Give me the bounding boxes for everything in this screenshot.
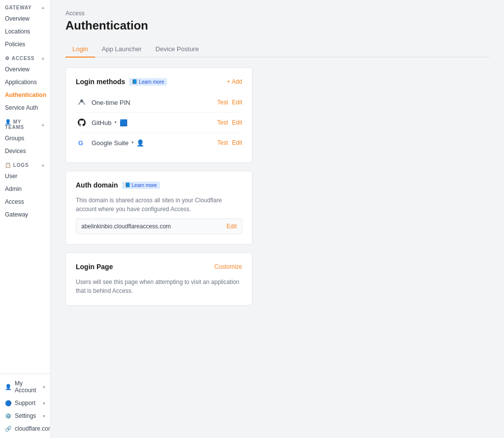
github-indicator: 🟦 <box>120 119 127 126</box>
login-methods-title: Login methods Learn more <box>76 78 167 86</box>
sidebar-logs-label: 📋LOGS ▲ <box>0 157 50 170</box>
sidebar-item-logs-access[interactable]: Access <box>0 195 50 208</box>
add-login-method-button[interactable]: + Add <box>227 78 242 85</box>
tab-device-posture[interactable]: Device Posture <box>149 41 206 58</box>
sidebar-item-logs-admin[interactable]: Admin <box>0 183 50 195</box>
auth-domain-edit-link[interactable]: Edit <box>226 223 237 230</box>
login-method-google: G Google Suite • 👤 Test Edit <box>76 133 242 153</box>
sidebar-item-settings[interactable]: ⚙️ Settings ▾ <box>0 409 50 422</box>
settings-icon: ⚙️ <box>5 413 12 419</box>
login-page-card: Login Page Customize Users will see this… <box>65 252 252 306</box>
google-indicator: 👤 <box>136 139 144 147</box>
main-content: Access Authentication Login App Launcher… <box>51 0 504 438</box>
auth-domain-card: Auth domain Learn more This domain is sh… <box>65 171 252 245</box>
account-icon: 👤 <box>5 384 12 390</box>
sidebar-access-label: ⚙ACCESS ▲ <box>0 51 50 63</box>
breadcrumb: Access <box>65 10 489 17</box>
svg-text:G: G <box>78 139 83 147</box>
google-icon: G <box>76 137 88 149</box>
auth-domain-value: abelinkinbio.cloudflareaccess.com <box>81 223 171 230</box>
otp-actions: Test Edit <box>217 99 242 106</box>
account-expand-icon: ▾ <box>43 384 45 390</box>
sidebar-item-access-applications[interactable]: Applications <box>0 76 50 89</box>
login-methods-card: Login methods Learn more + Add One-time … <box>65 67 252 163</box>
sidebar-item-teams-devices[interactable]: Devices <box>0 145 50 157</box>
github-icon <box>76 117 88 128</box>
access-chevron-icon: ▲ <box>41 56 45 61</box>
logs-chevron-icon: ▲ <box>41 163 45 167</box>
login-methods-header: Login methods Learn more + Add <box>76 78 242 86</box>
github-name: GitHub • 🟦 <box>92 119 217 126</box>
sidebar-item-logs-gateway[interactable]: Gateway <box>0 208 50 221</box>
auth-domain-title: Auth domain Learn more <box>76 181 160 189</box>
sidebar: GATEWAY ▲ Overview Locations Policies ⚙A… <box>0 0 51 438</box>
github-actions: Test Edit <box>217 119 242 126</box>
auth-domain-learn-more-badge[interactable]: Learn more <box>122 182 160 189</box>
support-icon: 🔵 <box>5 400 12 407</box>
google-test-link[interactable]: Test <box>217 139 228 146</box>
sidebar-item-access-overview[interactable]: Overview <box>0 63 50 76</box>
sidebar-gateway-label: GATEWAY ▲ <box>0 0 50 12</box>
tabs: Login App Launcher Device Posture <box>65 41 489 58</box>
auth-domain-description: This domain is shared across all sites i… <box>76 196 242 214</box>
sidebar-item-support[interactable]: 🔵 Support ▾ <box>0 397 50 409</box>
google-edit-link[interactable]: Edit <box>232 139 242 146</box>
sidebar-item-cloudflare-link[interactable]: 🔗 cloudflare.com → <box>0 422 50 435</box>
otp-icon <box>76 96 88 108</box>
tab-app-launcher[interactable]: App Launcher <box>95 41 149 58</box>
support-expand-icon: ▾ <box>43 401 45 406</box>
sidebar-item-logs-user[interactable]: User <box>0 170 50 183</box>
sidebar-item-gateway-overview[interactable]: Overview <box>0 12 50 25</box>
sidebar-item-gateway-locations[interactable]: Locations <box>0 25 50 38</box>
login-page-header: Login Page Customize <box>76 263 242 271</box>
auth-domain-header: Auth domain Learn more <box>76 181 242 189</box>
sidebar-item-gateway-policies[interactable]: Policies <box>0 38 50 51</box>
sidebar-my-teams-label: 👤MY TEAMS ▲ <box>0 114 50 132</box>
otp-edit-link[interactable]: Edit <box>232 99 242 106</box>
sidebar-item-access-authentication[interactable]: Authentication <box>0 89 50 101</box>
learn-more-badge[interactable]: Learn more <box>129 78 167 86</box>
google-actions: Test Edit <box>217 139 242 146</box>
tab-login[interactable]: Login <box>65 41 95 58</box>
login-page-customize-link[interactable]: Customize <box>214 263 242 270</box>
gateway-chevron-icon: ▲ <box>41 5 45 10</box>
my-teams-chevron-icon: ▲ <box>41 123 45 127</box>
login-page-description: Users will see this page when attempting… <box>76 278 242 295</box>
github-test-link[interactable]: Test <box>217 119 228 126</box>
otp-name: One-time PIN <box>92 99 217 106</box>
login-method-github: GitHub • 🟦 Test Edit <box>76 113 242 133</box>
cloudflare-link-icon: 🔗 <box>5 426 12 432</box>
google-name: Google Suite • 👤 <box>92 139 217 147</box>
sidebar-bottom: 👤 My Account ▾ 🔵 Support ▾ ⚙️ Settings ▾… <box>0 374 50 438</box>
otp-test-link[interactable]: Test <box>217 99 228 106</box>
sidebar-item-teams-groups[interactable]: Groups <box>0 132 50 145</box>
login-method-otp: One-time PIN Test Edit <box>76 93 242 113</box>
auth-domain-row: abelinkinbio.cloudflareaccess.com Edit <box>76 219 242 234</box>
sidebar-item-my-account[interactable]: 👤 My Account ▾ <box>0 377 50 397</box>
page-title: Authentication <box>65 19 489 32</box>
settings-expand-icon: ▾ <box>43 413 45 419</box>
sidebar-item-access-service-auth[interactable]: Service Auth <box>0 101 50 114</box>
github-edit-link[interactable]: Edit <box>232 119 242 126</box>
login-page-title: Login Page <box>76 263 113 271</box>
